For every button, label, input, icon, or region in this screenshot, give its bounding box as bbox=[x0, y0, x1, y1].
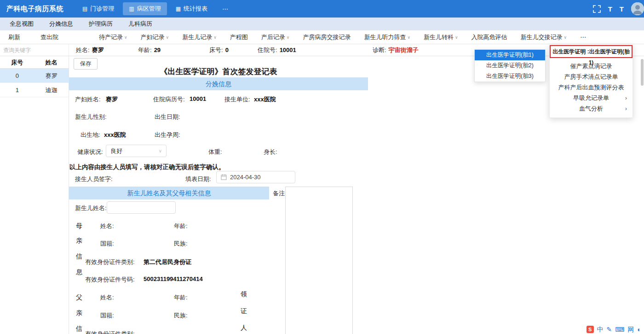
menu-item-birth-certificate-selected[interactable]: 出生医学证明 :出生医学证明(胎1) bbox=[550, 45, 632, 58]
topbar-item-ward[interactable]: ▥ 病区管理 bbox=[123, 2, 167, 15]
more-icon: ⋯ bbox=[222, 6, 228, 12]
topbar-item-more[interactable]: ⋯ bbox=[216, 3, 234, 15]
ime-pen-icon[interactable]: ✎ bbox=[607, 326, 612, 333]
font-size-icon[interactable]: T bbox=[608, 5, 612, 13]
menu-item-or-count-sheet[interactable]: 产房手术清点记录单 bbox=[550, 71, 632, 82]
menu-item-label: 早吸允记录单 bbox=[573, 94, 609, 101]
birth-certificate-dropdown: 出生医学证明(胎1) 出生医学证明(胎2) 出生医学证明(胎3) bbox=[474, 49, 546, 82]
mother-name-label: 产妇姓名: bbox=[75, 95, 101, 104]
patient-info-bar: 姓名:赛罗 年龄:29 床号:0 住院号:10001 诊断:宇宙街溜子 bbox=[0, 44, 644, 56]
menu-item-oxytocin-drip[interactable]: 催产素点滴记录 bbox=[550, 61, 632, 71]
avatar[interactable] bbox=[631, 2, 644, 15]
menu-item-hemorrhage-score[interactable]: 产科产后出血预测评分表 bbox=[550, 82, 632, 93]
refresh-button[interactable]: 刷新 bbox=[8, 33, 20, 41]
father-age-label: 年龄: bbox=[174, 293, 188, 302]
scrollbar-thumb[interactable] bbox=[641, 59, 644, 86]
record-no-label: 住院病历号: bbox=[153, 95, 185, 104]
father-vertical-char: 父 bbox=[76, 293, 82, 302]
baby-gender-label: 新生儿性别: bbox=[75, 113, 107, 121]
patient-diagnosis-field: 诊断:宇宙街溜子 bbox=[373, 44, 419, 56]
delivery-unit-label: 接生单位: bbox=[224, 95, 250, 104]
mother-id-no-label: 有效身份证件号码: bbox=[85, 275, 135, 284]
bed-cell: 0 bbox=[0, 69, 34, 82]
menu-item-early-suck-record[interactable]: 早吸允记录单 › bbox=[550, 93, 632, 103]
weight-label: 体重: bbox=[208, 148, 222, 156]
menu-item-blood-gas[interactable]: 血气分析 › bbox=[550, 103, 632, 114]
menu-item-certificate-2[interactable]: 出生医学证明(胎2) bbox=[475, 60, 545, 71]
menu-hearing-screen[interactable]: 新生儿听力筛查 bbox=[364, 33, 410, 41]
patient-age-field: 年龄:29 bbox=[138, 44, 161, 56]
topbar: 产科电子病历系统 ▤ 门诊管理 ▥ 病区管理 ▦ 统计报表 ⋯ T T bbox=[0, 0, 644, 18]
main-body: 床号 姓名 0 赛罗 1 迪迦 保存 《出生医学证明》首次签发登记表 分娩信息 … bbox=[0, 56, 644, 334]
table-row[interactable]: 0 赛罗 bbox=[0, 69, 69, 83]
patient-admission-field: 住院号:10001 bbox=[258, 44, 296, 56]
fill-date-label: 填表日期: bbox=[185, 175, 211, 183]
menu-handover-record[interactable]: 产房病房交接记录 bbox=[303, 33, 351, 41]
menu-newborn-transfer[interactable]: 新生儿转科 bbox=[424, 33, 458, 41]
submenu-arrow-icon: › bbox=[625, 93, 627, 103]
menu-newborn-record[interactable]: 新生儿记录 bbox=[182, 33, 217, 41]
toolbar-menus: 待产记录 产妇记录 新生儿记录 产程图 产后记录 产房病房交接记录 新生儿听力筛… bbox=[99, 33, 586, 41]
ime-chinese-icon[interactable]: 中 bbox=[597, 326, 604, 333]
name-cell: 赛罗 bbox=[34, 69, 69, 82]
ime-logo-icon[interactable]: S bbox=[586, 326, 594, 333]
section-delivery-info: 分娩信息 bbox=[69, 77, 368, 90]
patient-bed-field: 床号:0 bbox=[209, 44, 229, 56]
name-cell: 迪迦 bbox=[34, 83, 69, 97]
topbar-right: T T bbox=[593, 2, 639, 15]
tab-nursing-record[interactable]: 护理病历 bbox=[81, 18, 121, 30]
toolbar-more-icon[interactable]: ⋯ bbox=[580, 34, 586, 41]
confirmation-note: 以上内容由接生人员填写，请核对正确无误后签字确认。 bbox=[69, 163, 225, 171]
father-id-type-label: 有效身份证件类别: bbox=[85, 330, 135, 334]
font-style-icon[interactable]: T bbox=[620, 5, 624, 13]
submenu-arrow-icon: › bbox=[625, 103, 627, 114]
topbar-item-label: 病区管理 bbox=[137, 5, 161, 13]
topbar-item-reports[interactable]: ▦ 统计报表 bbox=[170, 2, 213, 15]
search-input[interactable] bbox=[0, 44, 69, 56]
menu-newborn-handover[interactable]: 新生儿交接记录 bbox=[521, 33, 567, 41]
menu-postpartum-record[interactable]: 产后记录 bbox=[261, 33, 290, 41]
menu-item-certificate-3[interactable]: 出生医学证明(胎3) bbox=[475, 71, 545, 82]
table-row[interactable]: 1 迪迦 bbox=[0, 83, 69, 97]
records-dropdown-menu: 出生医学证明 :出生医学证明(胎1) 催产素点滴记录 产房手术清点记录单 产科产… bbox=[549, 45, 633, 118]
scrollbar-track bbox=[640, 56, 644, 334]
mother-vertical-char: 亲 bbox=[76, 237, 82, 245]
patient-bed-value: 0 bbox=[225, 47, 229, 53]
remark-label: 备注: bbox=[273, 189, 287, 198]
tab-delivery-info[interactable]: 分娩信息 bbox=[41, 18, 81, 30]
tab-pediatric-record[interactable]: 儿科病历 bbox=[121, 18, 160, 30]
section-baby-parents-info: 新生儿姓名及其父母相关信息 bbox=[69, 187, 269, 199]
remark-textarea[interactable] bbox=[285, 187, 353, 334]
calendar-icon bbox=[221, 174, 227, 180]
ime-toolbar: S 中 ✎ ⌨ 网 ◐ bbox=[586, 326, 641, 333]
menu-partogram[interactable]: 产程图 bbox=[230, 33, 248, 41]
menu-admission-risk[interactable]: 入院高危评估 bbox=[472, 33, 507, 41]
menu-maternal-record[interactable]: 产妇记录 bbox=[141, 33, 169, 41]
record-no-value: 10001 bbox=[190, 95, 206, 102]
bed-list-sidebar: 床号 姓名 0 赛罗 1 迪迦 bbox=[0, 56, 69, 334]
cert-holder-vertical-char: 领 bbox=[241, 290, 247, 299]
app-root: 产科电子病历系统 ▤ 门诊管理 ▥ 病区管理 ▦ 统计报表 ⋯ T T bbox=[0, 0, 644, 334]
patient-diagnosis-label: 诊断: bbox=[373, 47, 386, 53]
signer-label: 接生人员签字: bbox=[75, 175, 113, 183]
mother-nationality-label: 国籍: bbox=[100, 240, 114, 248]
discharge-search-button[interactable]: 查出院 bbox=[40, 33, 58, 41]
fullscreen-icon[interactable] bbox=[593, 5, 601, 13]
ime-skin-icon[interactable]: ◐ bbox=[638, 326, 641, 333]
mother-id-type-label: 有效身份证件类别: bbox=[85, 258, 135, 266]
menu-labor-record[interactable]: 待产记录 bbox=[99, 33, 127, 41]
patient-admission-value: 10001 bbox=[280, 47, 296, 53]
baby-name-input[interactable] bbox=[107, 201, 176, 214]
ime-keyboard-icon[interactable]: ⌨ bbox=[615, 326, 624, 333]
menu-item-certificate-1[interactable]: 出生医学证明(胎1) bbox=[475, 50, 545, 60]
tab-holoview[interactable]: 全息视图 bbox=[2, 18, 41, 30]
bed-column-header: 床号 bbox=[0, 56, 34, 68]
health-status-select[interactable]: 良好 ∨ bbox=[106, 145, 167, 157]
mother-vertical-char: 信 bbox=[76, 252, 82, 261]
app-title: 产科电子病历系统 bbox=[6, 5, 63, 13]
ime-web-icon[interactable]: 网 bbox=[628, 326, 634, 333]
father-nationality-label: 国籍: bbox=[100, 311, 114, 320]
patient-age-label: 年龄: bbox=[138, 47, 152, 53]
topbar-item-outpatient[interactable]: ▤ 门诊管理 bbox=[76, 2, 120, 15]
fill-date-input[interactable]: 2024-04-30 bbox=[216, 171, 295, 183]
